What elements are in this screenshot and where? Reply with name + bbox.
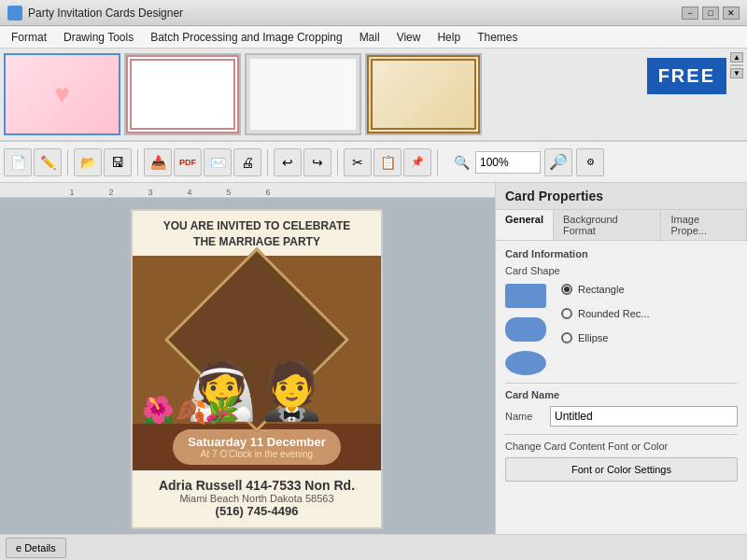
- ruler-mark-6: 6: [248, 188, 288, 197]
- ruler-mark-4: 4: [170, 188, 209, 197]
- save-button[interactable]: 🖫: [104, 148, 132, 176]
- panel-divider-2: [505, 434, 738, 435]
- card-phone: (516) 745-4496: [142, 504, 372, 518]
- cut-button[interactable]: ✂: [344, 148, 372, 176]
- name-label: Name: [505, 411, 543, 422]
- shape-icons: [505, 284, 546, 375]
- radio-rectangle[interactable]: [561, 284, 572, 295]
- flowers-decoration: 🌺🍂🌿: [142, 398, 240, 424]
- card-information-label: Card Information: [505, 248, 738, 259]
- radio-rounded-rect[interactable]: [561, 308, 572, 319]
- new-button[interactable]: 📄: [4, 148, 32, 176]
- zoom-in-icon: 🔍: [451, 152, 472, 173]
- radio-row-rounded[interactable]: Rounded Rec...: [561, 308, 649, 319]
- scroll-track[interactable]: [730, 64, 743, 66]
- invitation-card[interactable]: YOU ARE INVITED TO CELEBRATE THE MARRIAG…: [131, 209, 383, 529]
- open-button[interactable]: 📂: [74, 148, 102, 176]
- template-2[interactable]: [124, 53, 241, 135]
- ruler-horizontal: 1 2 3 4 5 6: [0, 183, 495, 198]
- menu-help[interactable]: Help: [430, 29, 468, 46]
- canvas-area[interactable]: 1 2 3 4 5 6 YOU ARE INVITED TO CELEBRATE…: [0, 183, 495, 534]
- toolbar-separator-2: [137, 149, 138, 175]
- scroll-up-button[interactable]: ▲: [730, 52, 743, 63]
- zoom-controls: 🔍 🔎 ⚙: [451, 148, 604, 176]
- menu-themes[interactable]: Themes: [470, 29, 525, 46]
- print-button[interactable]: 🖨: [233, 148, 261, 176]
- menu-mail[interactable]: Mail: [352, 29, 388, 46]
- card-date-sub: At 7 O'Clock in the evening: [188, 449, 325, 459]
- panel-divider-1: [505, 383, 738, 384]
- maximize-button[interactable]: □: [702, 7, 719, 20]
- scroll-down-button[interactable]: ▼: [730, 68, 743, 78]
- card-name-input[interactable]: [550, 406, 738, 427]
- menu-format[interactable]: Format: [4, 29, 54, 46]
- tab-general[interactable]: General: [496, 210, 554, 240]
- template-4[interactable]: [365, 53, 482, 135]
- toolbar-separator-4: [337, 149, 338, 175]
- title-text: Party Invitation Cards Designer: [28, 7, 682, 20]
- ellipse-icon: [505, 351, 546, 375]
- app-icon: [7, 6, 22, 21]
- email-button[interactable]: ✉️: [204, 148, 232, 176]
- rounded-rect-icon: [505, 317, 546, 342]
- undo-button[interactable]: ↩: [274, 148, 302, 176]
- radio-ellipse[interactable]: [561, 332, 572, 343]
- label-rectangle: Rectangle: [578, 284, 625, 295]
- card-name-row: Name: [505, 406, 738, 427]
- card-address-name: Adria Russell 414-7533 Non Rd.: [142, 478, 372, 493]
- card-address: Adria Russell 414-7533 Non Rd. Miami Bea…: [133, 470, 381, 527]
- import-button[interactable]: 📥: [144, 148, 172, 176]
- menu-batch-processing[interactable]: Batch Processing and Image Cropping: [143, 29, 349, 46]
- main-area: 1 2 3 4 5 6 YOU ARE INVITED TO CELEBRATE…: [0, 183, 747, 534]
- font-color-settings-button[interactable]: Font or Color Settings: [505, 457, 738, 482]
- right-panel: Card Properties General Background Forma…: [495, 183, 747, 534]
- template-3[interactable]: [245, 53, 361, 135]
- ruler-mark-2: 2: [92, 188, 131, 197]
- shape-radios: Rectangle Rounded Rec... Ellipse: [561, 284, 649, 343]
- status-bar: e Details: [0, 534, 747, 560]
- pdf-button[interactable]: PDF: [174, 148, 202, 176]
- label-rounded-rect: Rounded Rec...: [578, 308, 649, 319]
- toolbar: 📄 ✏️ 📂 🖫 📥 PDF ✉️ 🖨 ↩ ↪ ✂ 📋 📌 🔍 🔎 ⚙: [0, 142, 747, 183]
- template-scrollbar: ▲ ▼: [730, 52, 743, 65]
- menu-bar: Format Drawing Tools Batch Processing an…: [0, 26, 747, 49]
- toolbar-separator-3: [267, 149, 268, 175]
- ruler-mark-3: 3: [131, 188, 170, 197]
- card-image-area: 🌺🍂🌿 👰🤵: [133, 256, 381, 424]
- menu-drawing-tools[interactable]: Drawing Tools: [56, 29, 141, 46]
- window-controls: − □ ✕: [682, 7, 740, 20]
- card-shape-options: Rectangle Rounded Rec... Ellipse: [505, 284, 738, 375]
- redo-button[interactable]: ↪: [303, 148, 331, 176]
- toolbar-separator-5: [437, 149, 438, 175]
- card-name-group-label: Card Name: [505, 389, 738, 400]
- zoom-minus-button[interactable]: 🔎: [544, 148, 572, 176]
- canvas-container: YOU ARE INVITED TO CELEBRATE THE MARRIAG…: [19, 200, 495, 534]
- title-bar: Party Invitation Cards Designer − □ ✕: [0, 0, 747, 26]
- radio-row-rectangle[interactable]: Rectangle: [561, 284, 649, 295]
- zoom-input[interactable]: [475, 151, 541, 174]
- zoom-options-button[interactable]: ⚙: [576, 148, 604, 176]
- paste-button[interactable]: 📌: [403, 148, 431, 176]
- panel-tabs: General Background Format Image Prope...: [496, 210, 747, 241]
- free-badge: FREE: [647, 58, 726, 94]
- details-button[interactable]: e Details: [6, 538, 66, 558]
- label-ellipse: Ellipse: [578, 332, 608, 343]
- copy-button[interactable]: 📋: [374, 148, 402, 176]
- rectangle-icon: [505, 284, 546, 308]
- change-content-label: Change Card Content Font or Color: [505, 441, 738, 452]
- menu-view[interactable]: View: [389, 29, 429, 46]
- card-headline-1: YOU ARE INVITED TO CELEBRATE: [142, 218, 372, 234]
- edit-button[interactable]: ✏️: [34, 148, 62, 176]
- template-strip: ▲ ▼ FREE: [0, 49, 747, 142]
- card-date-main: Satuarday 11 December: [188, 435, 325, 449]
- tab-background-format[interactable]: Background Format: [554, 210, 661, 240]
- card-shape-label: Card Shape: [505, 265, 738, 276]
- close-button[interactable]: ✕: [723, 7, 740, 20]
- ruler-mark-5: 5: [209, 188, 248, 197]
- radio-row-ellipse[interactable]: Ellipse: [561, 332, 649, 343]
- toolbar-separator-1: [67, 149, 68, 175]
- panel-content: Card Information Card Shape Rectangle: [496, 241, 747, 489]
- minimize-button[interactable]: −: [682, 7, 698, 20]
- template-1[interactable]: [4, 53, 120, 135]
- tab-image-properties[interactable]: Image Prope...: [661, 210, 747, 240]
